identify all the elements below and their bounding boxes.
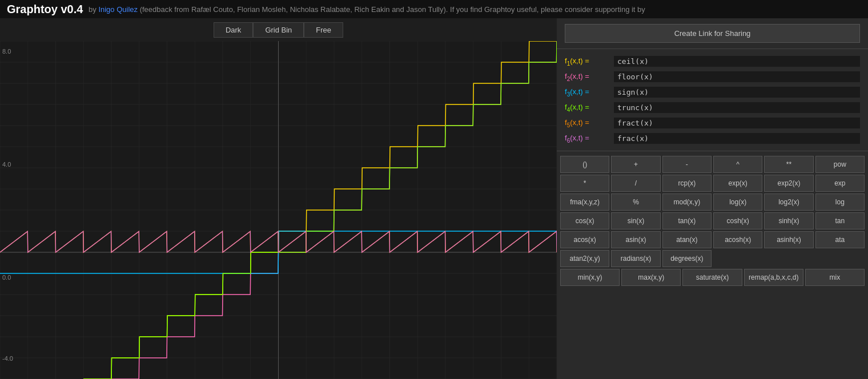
func-input-1[interactable] <box>614 56 860 67</box>
btn-parens[interactable]: () <box>560 156 609 173</box>
btn-divide[interactable]: / <box>611 175 660 192</box>
btn-pow[interactable]: pow <box>815 156 865 173</box>
y-label-neg4: -4.0 <box>2 355 13 362</box>
header: Graphtoy v0.4 by Inigo Quilez (feedback … <box>0 0 868 18</box>
btn-degrees[interactable]: degrees(x) <box>662 250 712 267</box>
func-input-5[interactable] <box>614 118 860 128</box>
func-input-2[interactable] <box>614 71 860 82</box>
func-input-6[interactable] <box>614 133 860 144</box>
func-label-2: f2(x,t) = <box>565 72 610 82</box>
btn-exp-trunc[interactable]: exp <box>815 175 865 192</box>
share-button[interactable]: Create Link for Sharing <box>565 24 860 43</box>
btn-mod[interactable]: mod(x,y) <box>662 193 712 211</box>
function-row-6: f6(x,t) = <box>557 131 868 146</box>
btn-log2[interactable]: log2(x) <box>764 193 813 211</box>
btn-radians[interactable]: radians(x) <box>611 250 660 267</box>
graph-canvas[interactable] <box>0 41 557 379</box>
function-row-4: f4(x,t) = <box>557 100 868 115</box>
function-row-1: f1(x,t) = <box>557 54 868 69</box>
btn-tan[interactable]: tan(x) <box>662 212 712 229</box>
btn-power[interactable]: ** <box>764 156 813 173</box>
btn-asinh[interactable]: asinh(x) <box>764 231 813 248</box>
btn-ata-trunc[interactable]: ata <box>815 231 865 248</box>
btn-exp2[interactable]: exp2(x) <box>764 175 813 192</box>
btn-exp[interactable]: exp(x) <box>713 175 762 192</box>
btn-max[interactable]: max(x,y) <box>621 269 681 286</box>
btn-fma[interactable]: fma(x,y,z) <box>560 193 609 211</box>
btn-row-4: cos(x) sin(x) tan(x) cosh(x) sinh(x) tan <box>560 212 865 229</box>
func-label-3: f3(x,t) = <box>565 87 610 98</box>
function-row-5: f5(x,t) = <box>557 115 868 131</box>
y-label-4: 4.0 <box>2 161 11 168</box>
func-input-4[interactable] <box>614 102 860 113</box>
main-layout: Dark Grid Bin Free 8.0 4.0 0.0 -4.0 Crea… <box>0 18 868 379</box>
author-link[interactable]: Inigo Quilez <box>98 5 138 14</box>
btn-sinh[interactable]: sinh(x) <box>764 212 813 229</box>
y-label-8: 8.0 <box>2 48 11 55</box>
y-label-0: 0.0 <box>2 274 11 281</box>
btn-plus[interactable]: + <box>611 156 660 173</box>
func-label-1: f1(x,t) = <box>565 57 610 67</box>
btn-row-2: * / rcp(x) exp(x) exp2(x) exp <box>560 175 865 192</box>
btn-minus[interactable]: - <box>662 156 712 173</box>
function-row-3: f3(x,t) = <box>557 84 868 100</box>
btn-remap[interactable]: remap(a,b,x,c,d) <box>744 269 803 286</box>
app-title: Graphtoy <box>7 3 61 16</box>
btn-min[interactable]: min(x,y) <box>560 269 620 286</box>
btn-atan2[interactable]: atan2(x,y) <box>560 250 609 267</box>
btn-caret[interactable]: ^ <box>713 156 762 173</box>
functions-area: f1(x,t) = f2(x,t) = f3(x,t) = f4(x,t) = … <box>557 49 868 151</box>
btn-acos[interactable]: acos(x) <box>560 231 609 248</box>
buttons-area: () + - ^ ** pow * / rcp(x) exp(x) exp2(x… <box>557 151 868 379</box>
btn-log-trunc[interactable]: log <box>815 193 865 211</box>
right-panel: Create Link for Sharing f1(x,t) = f2(x,t… <box>557 18 868 379</box>
graph-toolbar: Dark Grid Bin Free <box>0 18 557 41</box>
share-area: Create Link for Sharing <box>557 18 868 49</box>
btn-row-7: min(x,y) max(x,y) saturate(x) remap(a,b,… <box>560 269 865 286</box>
btn-row-6: atan2(x,y) radians(x) degrees(x) <box>560 250 865 267</box>
func-label-5: f5(x,t) = <box>565 118 610 128</box>
btn-multiply[interactable]: * <box>560 175 609 192</box>
header-credits: by Inigo Quilez (feedback from Rafæl Cou… <box>86 5 645 14</box>
btn-mix[interactable]: mix <box>805 269 865 286</box>
btn-acosh[interactable]: acosh(x) <box>713 231 762 248</box>
btn-row-3: fma(x,y,z) % mod(x,y) log(x) log2(x) log <box>560 193 865 211</box>
btn-atan[interactable]: atan(x) <box>662 231 712 248</box>
btn-percent[interactable]: % <box>611 193 660 211</box>
func-input-3[interactable] <box>614 87 860 98</box>
btn-log[interactable]: log(x) <box>713 193 762 211</box>
grid-bin-button[interactable]: Grid Bin <box>253 22 304 38</box>
dark-button[interactable]: Dark <box>214 22 253 38</box>
btn-sin[interactable]: sin(x) <box>611 212 660 229</box>
btn-row-1: () + - ^ ** pow <box>560 156 865 173</box>
function-row-2: f2(x,t) = <box>557 69 868 84</box>
func-label-6: f6(x,t) = <box>565 134 610 144</box>
btn-row-5: acos(x) asin(x) atan(x) acosh(x) asinh(x… <box>560 231 865 248</box>
func-label-4: f4(x,t) = <box>565 103 610 113</box>
btn-tan-trunc[interactable]: tan <box>815 212 865 229</box>
btn-cosh[interactable]: cosh(x) <box>713 212 762 229</box>
app-version: v0.4 <box>61 3 83 16</box>
graph-area: Dark Grid Bin Free 8.0 4.0 0.0 -4.0 <box>0 18 557 379</box>
btn-cos[interactable]: cos(x) <box>560 212 609 229</box>
free-button[interactable]: Free <box>304 22 343 38</box>
btn-asin[interactable]: asin(x) <box>611 231 660 248</box>
btn-saturate[interactable]: saturate(x) <box>682 269 742 286</box>
btn-rcp[interactable]: rcp(x) <box>662 175 712 192</box>
